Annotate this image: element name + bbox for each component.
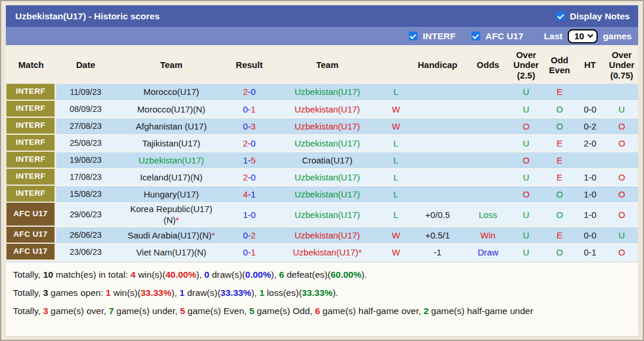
text-segment: 1-0 xyxy=(243,210,256,220)
cell-over-under-25: U xyxy=(509,84,543,101)
cell-home-team: Korea Republic(U17)(N)* xyxy=(115,203,228,227)
text-segment: 2 xyxy=(243,172,248,182)
display-notes-control: Display Notes xyxy=(556,11,630,22)
text-segment: 2 xyxy=(423,306,429,316)
cell-date: 08/09/23 xyxy=(56,101,115,118)
league-badge: INTERF xyxy=(6,169,55,185)
cell-ht: 0-0 xyxy=(576,227,604,244)
text-segment: 0- xyxy=(243,230,250,240)
cell-odd-even: O xyxy=(543,186,576,203)
text-segment: 3 xyxy=(43,306,48,316)
cell-result: 1-5 xyxy=(228,152,271,169)
cell-over-under-25: U xyxy=(509,135,543,152)
league-badge: AFC U17 xyxy=(6,227,55,243)
text-segment: L xyxy=(394,172,398,182)
cell-handicap xyxy=(408,152,467,169)
last-games-select[interactable]: 10 xyxy=(568,29,598,43)
text-segment: 5 xyxy=(249,306,255,316)
cell-match: AFC U17 xyxy=(6,227,56,244)
interf-checkbox[interactable] xyxy=(409,32,418,40)
cell-handicap: +0/0.5 xyxy=(408,203,467,227)
table-row: INTERF11/09/23Morocco(U17)2-0Uzbekistan(… xyxy=(6,84,638,101)
col-header-odds: Odds xyxy=(467,45,509,84)
text-segment: U xyxy=(619,104,625,114)
cell-handicap: +0.5/1 xyxy=(408,227,467,244)
cell-over-under-075: O xyxy=(604,186,638,203)
cell-over-under-25: U xyxy=(509,169,543,186)
cell-home-team: Afghanistan (U17) xyxy=(115,118,228,135)
last-games-value: 10 xyxy=(574,31,584,41)
afc-u17-label: AFC U17 xyxy=(486,31,524,42)
cell-odds xyxy=(467,135,509,152)
cell-away-team: Uzbekistan(U17) xyxy=(271,118,384,135)
cell-ht: 0-2 xyxy=(576,118,604,135)
cell-match: INTERF xyxy=(6,101,56,118)
display-notes-checkbox[interactable] xyxy=(556,12,565,21)
table-row: AFC U1726/06/23Saudi Arabia(U17)(N)*0-2U… xyxy=(6,227,638,244)
cell-home-team: Hungary(U17) xyxy=(115,186,228,203)
text-segment: 1 xyxy=(251,104,256,114)
col-header-ht: HT xyxy=(576,45,604,84)
last-label: Last xyxy=(544,31,562,42)
cell-ht: 1-0 xyxy=(576,186,604,203)
display-notes-label: Display Notes xyxy=(570,11,630,22)
cell-over-under-075: U xyxy=(604,227,638,244)
text-segment: Draw xyxy=(477,247,498,257)
cell-result: 0-2 xyxy=(228,227,271,244)
text-segment: O xyxy=(523,155,530,165)
col-header-ou075: Over Under (0.75) xyxy=(604,45,638,84)
cell-match: INTERF xyxy=(6,118,56,135)
cell-ht: 2-0 xyxy=(576,135,604,152)
cell-ht: 1-0 xyxy=(576,203,604,227)
col-header-oddeven: Odd Even xyxy=(543,45,576,84)
text-segment: U xyxy=(523,172,530,182)
text-segment: Totally, xyxy=(13,270,43,279)
cell-odd-even: O xyxy=(543,203,576,227)
text-segment: O xyxy=(618,210,625,220)
league-badge: INTERF xyxy=(6,186,55,202)
text-segment: U xyxy=(523,210,530,220)
text-segment: L xyxy=(394,87,398,97)
cell-win-loss: W xyxy=(384,244,408,261)
text-segment: 4 xyxy=(243,189,248,199)
text-segment: 1 xyxy=(259,288,265,298)
text-segment: ), xyxy=(196,270,204,279)
summary-line: Totally, 3 games open: 1 win(s)(33.33%),… xyxy=(13,284,631,302)
text-segment: 0- xyxy=(243,104,250,114)
text-segment: 0 xyxy=(204,270,209,279)
cell-handicap xyxy=(408,101,467,118)
text-segment: O xyxy=(618,189,625,199)
text-segment: E xyxy=(557,155,562,165)
text-segment: 1 xyxy=(251,247,256,257)
text-segment: 1 xyxy=(106,288,111,298)
league-badge: INTERF xyxy=(6,101,55,117)
text-segment: win(s)( xyxy=(135,270,165,279)
text-segment: U xyxy=(523,247,530,257)
col-header-team2: Team xyxy=(271,45,384,84)
cell-away-team: Uzbekistan(U17) xyxy=(271,227,384,244)
text-segment: O xyxy=(523,121,530,131)
cell-date: 25/08/23 xyxy=(56,135,115,152)
text-segment: E xyxy=(557,87,562,97)
afc-u17-checkbox[interactable] xyxy=(472,32,480,40)
table-row: INTERF19/08/23Uzbekistan(U17)1-5Croatia(… xyxy=(6,152,638,169)
text-segment: game(s) Even, xyxy=(185,306,249,316)
cell-odd-even: O xyxy=(543,101,576,118)
text-segment: 2 xyxy=(243,87,248,97)
text-segment: defeat(es)( xyxy=(284,270,330,279)
text-segment: draw(s)( xyxy=(209,270,245,279)
col-header-date: Date xyxy=(56,45,115,84)
cell-ht: 1-0 xyxy=(576,169,604,186)
cell-odd-even: E xyxy=(543,135,576,152)
cell-home-team: Saudi Arabia(U17)(N)* xyxy=(115,227,228,244)
page-title: Uzbekistan(U17) - Historic scores xyxy=(15,11,160,22)
cell-odds xyxy=(467,84,509,101)
text-segment: 5 xyxy=(180,306,185,316)
cell-odds xyxy=(467,101,509,118)
col-header-ou25: Over Under (2.5) xyxy=(509,45,543,84)
table-row: INTERF25/08/23Tajikistan(U17)2-0Uzbekist… xyxy=(6,135,638,152)
text-segment: O xyxy=(618,121,625,131)
league-badge: INTERF xyxy=(6,84,55,100)
cell-away-team: Uzbekistan(U17) xyxy=(271,101,384,118)
cell-home-team: Tajikistan(U17) xyxy=(115,135,228,152)
